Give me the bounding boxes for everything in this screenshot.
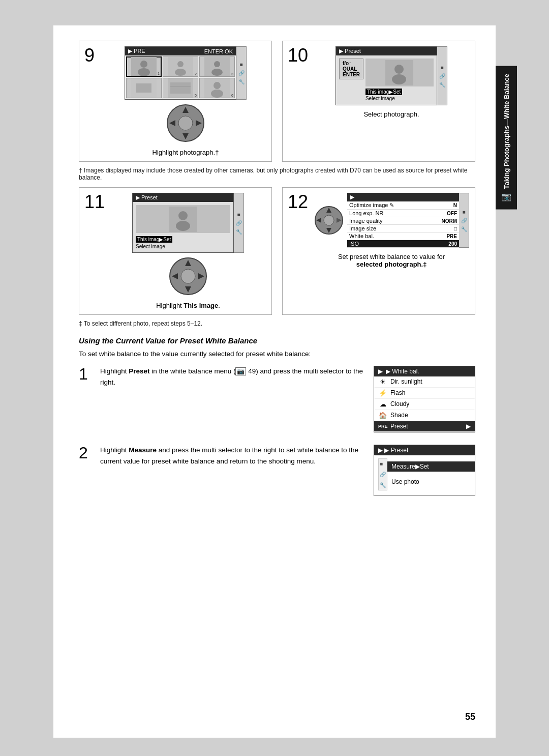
preset-screen2-body: ■ 🔗 🔧 Measure▶Set Use photo [374,455,475,496]
wb-item-cloudy: ☁ Cloudy [374,399,475,410]
wb-play-icon: ▶ [378,368,383,375]
step-9-content: ▶ PRE ENTER OK 1 [105,46,266,156]
step-11-this-image-row: This imag▶Set [136,236,230,243]
menu-item-optimize: Optimize image ✎ N [347,201,459,210]
page: 📷 Taking Photographs—White Balance 9 ▶ P… [53,25,496,738]
step1-bold: Preset [129,367,149,375]
step-12-shoot-menu: ▶ Optimize image ✎ N Long exp. NR OFF Im… [347,193,459,248]
step-10-screen-header: ▶ Preset [336,47,437,55]
page-number: 55 [465,712,475,722]
step-10-image-area: This imag▶Set Select image [365,59,434,102]
menu-item-quality: Image quality NORM [347,217,459,225]
menu-item-size: Image size □ [347,225,459,232]
step-11-header: ▶ Preset [136,194,158,201]
step-10-this-image: This imag▶Set [365,89,402,95]
step-11-select-image: Select image [136,244,230,249]
step-12-box: 12 [282,187,475,315]
num-item-1-text: Highlight Preset in the white balance me… [100,366,367,388]
step-9-box: 9 ▶ PRE ENTER OK [79,41,272,162]
step-10-controls: f/o↑QUALENTER [339,59,363,102]
svg-point-36 [324,215,334,225]
wb-cloudy-icon: ☁ [378,400,387,408]
num-item-1-number: 1 [79,366,93,382]
footnote-1: † Images displayed may include those cre… [79,167,475,181]
num-item-2-screen: ▶ ▶ Preset ■ 🔗 🔧 Measure▶Set [374,445,475,496]
step-11-box: 11 ▶ Preset [79,187,272,315]
step-11-this-image: This imag▶Set [136,236,172,243]
footnote-2: ‡ To select different photo, repeat step… [79,320,475,327]
camera-icon-top: ■ [239,62,242,67]
step1-page-ref: 49 [248,367,256,375]
num-item-1-screen: ▶ ▶ White bal. ☀ Dir. sunlight ⚡ Flash ☁… [374,366,475,432]
wb-menu: ▶ ▶ White bal. ☀ Dir. sunlight ⚡ Flash ☁… [374,366,475,432]
step-11-screen-header: ▶ Preset [133,193,233,202]
preset-screen2-header-text: ▶ Preset [384,447,408,454]
wb-preset-icon: PRE [378,424,387,429]
preset-options: Measure▶Set Use photo [391,461,471,487]
svg-point-28 [176,221,190,231]
svg-point-24 [394,65,404,74]
step-11-caption: Highlight This image. [156,302,220,309]
menu-item-longexp: Long exp. NR OFF [347,210,459,217]
step-11-caption-bold: This image [184,302,218,309]
wb-menu-header: ▶ ▶ White bal. [374,366,475,376]
step-12-caption: Set preset white balance to value forsel… [338,253,445,268]
num-item-2-text: Highlight Measure and press the multi se… [100,445,367,467]
step-10-body: f/o↑QUALENTER [336,55,437,105]
preset-screen2-header: ▶ ▶ Preset [374,445,475,455]
step-9-dpad [165,103,206,143]
wb-preset-arrow: ▶ [466,423,471,430]
svg-point-7 [214,61,220,67]
step-9-number: 9 [84,46,100,156]
step-9-caption: Highlight photograph.† [152,149,219,156]
preset-usephoto-row: Use photo [391,477,471,487]
step-12-camera-icons: ■ 🔗 🔧 [459,193,469,248]
step-11-content: ▶ Preset This imag▶Set [110,193,266,309]
step-9-screen: ▶ PRE ENTER OK 1 [125,46,247,100]
wb-item-sunlight: ☀ Dir. sunlight [374,376,475,388]
camera-icon-bot: 🔧 [238,79,245,84]
wb-item-flash: ⚡ Flash [374,388,475,399]
step-10-camera-screen: ▶ Preset f/o↑QUALENTER [336,46,437,105]
photo-cell-3: 3 [199,56,235,77]
preset-measure-row: Measure▶Set [387,461,475,472]
preset-side-icons: ■ 🔗 🔧 [378,458,387,490]
svg-point-18 [178,116,193,130]
step-10-box: 10 ▶ Preset f/o↑QUALENTER [282,41,475,162]
step-10-header: ▶ Preset [339,48,361,54]
step2-bold: Measure [129,446,157,454]
step-9-header-left: ▶ PRE [128,48,145,54]
wb-sunlight-icon: ☀ [378,378,387,386]
camera-icon-mid: 🔗 [238,70,245,76]
step-12-number: 12 [288,193,308,309]
step-11-photo [136,205,230,233]
step1-icon-ref: 📷 [235,367,246,375]
wb-cloudy-label: Cloudy [390,400,409,408]
step-11-number: 11 [84,193,105,309]
step-12-content: ▶ Optimize image ✎ N Long exp. NR OFF Im… [313,193,470,309]
svg-rect-10 [136,83,151,93]
num-item-2: 2 Highlight Measure and press the multi … [79,445,475,496]
preset-measure-label: Measure▶Set [391,463,471,470]
step-9-screen-header: ▶ PRE ENTER OK [125,47,236,55]
side-tab-label: Taking Photographs—White Balance [503,74,510,189]
preset-icons-row: ■ 🔗 🔧 Measure▶Set Use photo [378,458,471,490]
svg-point-8 [211,69,223,76]
svg-point-30 [181,269,195,283]
preset-screen2-play: ▶ [378,447,384,454]
photo-cell-4 [126,78,162,98]
wb-item-shade: 🏠 Shade [374,410,475,421]
step-9-header-right: ENTER OK [204,48,233,54]
step-10-number: 10 [288,46,308,156]
svg-rect-12 [170,82,191,94]
num-item-1: 1 Highlight Preset in the white balance … [79,366,475,432]
steps-row-2: 11 ▶ Preset [79,187,475,315]
wb-flash-icon: ⚡ [378,389,387,397]
svg-point-27 [178,211,188,220]
wb-shade-icon: 🏠 [378,412,387,419]
step-9-camera-icons: ■ 🔗 🔧 [236,46,247,100]
svg-point-1 [140,61,147,68]
photo-cell-6: 6 [199,78,235,98]
step-10-screen: ▶ Preset f/o↑QUALENTER [336,46,447,105]
step-10-content: ▶ Preset f/o↑QUALENTER [313,46,470,156]
